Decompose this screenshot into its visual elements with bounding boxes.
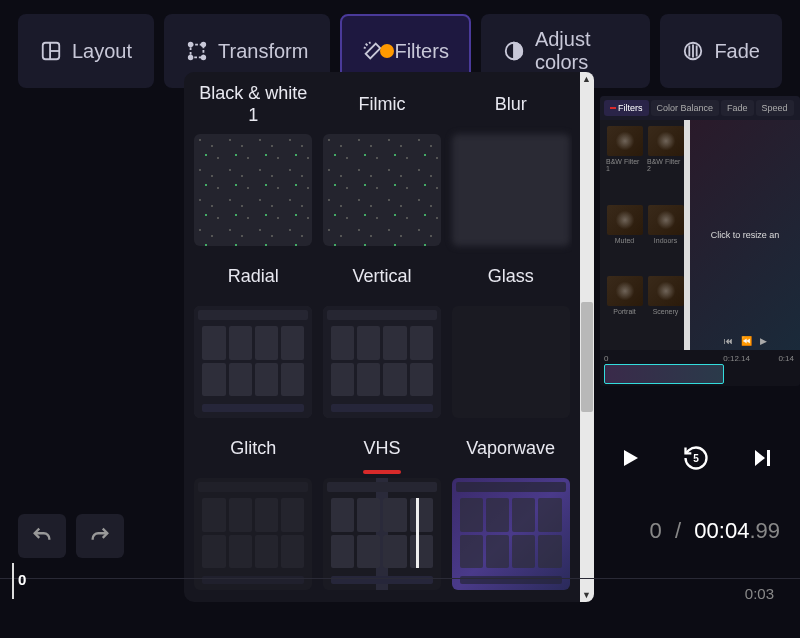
next-button[interactable]: [744, 440, 780, 476]
filter-label: Blur: [495, 82, 527, 128]
svg-point-5: [202, 43, 206, 47]
pv-filter[interactable]: Muted: [606, 205, 643, 273]
preview-filter-grid: B&W Filter 1 B&W Filter 2 Muted Indoors …: [600, 120, 690, 350]
filter-item[interactable]: Blur: [449, 82, 572, 248]
filter-thumb: [323, 478, 441, 590]
undo-redo-group: [18, 514, 124, 558]
filter-label: Glitch: [230, 426, 276, 472]
play-icon[interactable]: ▶: [760, 336, 767, 346]
filters-grid: Black & white 1 Filmic Blur Radial Verti…: [192, 82, 572, 592]
filter-item[interactable]: Filmic: [321, 82, 444, 248]
pv-filter[interactable]: Indoors: [647, 205, 684, 273]
play-button[interactable]: [612, 440, 648, 476]
fade-label: Fade: [714, 40, 760, 63]
layout-button[interactable]: Layout: [18, 14, 154, 88]
pv-tab-color[interactable]: Color Balance: [651, 100, 720, 116]
preview-toolbar: Filters Color Balance Fade Speed: [600, 96, 800, 120]
filter-label: Black & white 1: [192, 82, 315, 128]
filter-label: Glass: [488, 254, 534, 300]
svg-point-4: [189, 43, 193, 47]
filter-label: Vaporwave: [466, 426, 555, 472]
filter-label: Vertical: [352, 254, 411, 300]
filter-thumb: [323, 134, 441, 246]
filter-item[interactable]: Black & white 1: [192, 82, 315, 248]
transform-icon: [186, 40, 208, 62]
preview-video[interactable]: Click to resize an ⏮ ⏪ ▶: [690, 120, 800, 350]
preview-pane: Filters Color Balance Fade Speed B&W Fil…: [600, 96, 800, 386]
filter-item-vhs[interactable]: VHS: [321, 426, 444, 592]
layout-label: Layout: [72, 40, 132, 63]
pv-tab-filters[interactable]: Filters: [604, 100, 649, 116]
filter-item[interactable]: Glass: [449, 254, 572, 420]
filter-item[interactable]: Vaporwave: [449, 426, 572, 592]
filter-item[interactable]: Vertical: [321, 254, 444, 420]
filter-thumb: [452, 134, 570, 246]
timeline-ruler[interactable]: 0 0:03: [0, 578, 800, 608]
filter-item[interactable]: Radial: [192, 254, 315, 420]
fade-button[interactable]: Fade: [660, 14, 782, 88]
filter-label: Radial: [228, 254, 279, 300]
filter-label: Filmic: [358, 82, 405, 128]
filters-panel: Black & white 1 Filmic Blur Radial Verti…: [184, 72, 594, 602]
preview-hint: Click to resize an: [711, 230, 780, 240]
layout-icon: [40, 40, 62, 62]
transform-label: Transform: [218, 40, 308, 63]
svg-point-6: [189, 56, 193, 60]
redo-button[interactable]: [76, 514, 124, 558]
indicator-dot: [380, 44, 394, 58]
contrast-icon: [503, 40, 525, 62]
svg-point-7: [202, 56, 206, 60]
undo-button[interactable]: [18, 514, 66, 558]
timeline-tick: 0: [18, 571, 26, 588]
preview-clip[interactable]: [604, 364, 724, 384]
time-display: 0 / 00:04.99: [649, 518, 780, 544]
playback-controls: 5: [612, 440, 780, 476]
pv-filter[interactable]: B&W Filter 1: [606, 126, 643, 201]
pv-tab-speed[interactable]: Speed: [756, 100, 794, 116]
skip-back-5-button[interactable]: 5: [678, 440, 714, 476]
filter-thumb: [323, 306, 441, 418]
filter-thumb: [194, 478, 312, 590]
filter-thumb: [452, 306, 570, 418]
pv-filter[interactable]: Scenery: [647, 276, 684, 344]
timeline-tick: 0:03: [745, 585, 774, 602]
wand-icon: [362, 40, 384, 62]
fade-icon: [682, 40, 704, 62]
filter-thumb: [452, 478, 570, 590]
pv-filter[interactable]: Portrait: [606, 276, 643, 344]
pv-tab-fade[interactable]: Fade: [721, 100, 754, 116]
filters-label: Filters: [394, 40, 448, 63]
preview-controls: ⏮ ⏪ ▶: [690, 336, 800, 346]
pv-filter[interactable]: B&W Filter 2: [647, 126, 684, 201]
rewind-icon[interactable]: ⏪: [741, 336, 752, 346]
highlight-underline: [363, 470, 400, 474]
filter-thumb: [194, 134, 312, 246]
panel-scrollbar[interactable]: [580, 72, 594, 602]
scrollbar-thumb[interactable]: [581, 302, 593, 412]
adjust-label: Adjust colors: [535, 28, 629, 74]
filter-item[interactable]: Glitch: [192, 426, 315, 592]
filter-label: VHS: [363, 426, 400, 472]
preview-timeline[interactable]: 0 0:12.14 0:14: [600, 350, 800, 386]
prev-icon[interactable]: ⏮: [724, 336, 733, 346]
filter-thumb: [194, 306, 312, 418]
pv-timecode: 0:12.14: [723, 354, 750, 363]
